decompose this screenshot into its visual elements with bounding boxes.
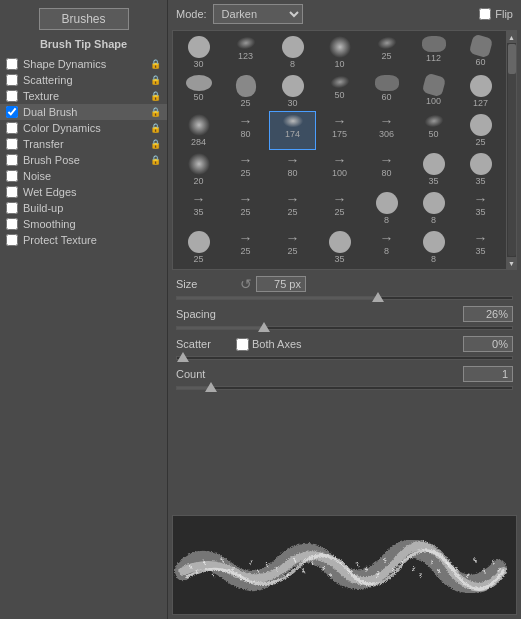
checkbox-build-up[interactable]	[6, 202, 18, 214]
brush-cell-11[interactable]: 60	[363, 72, 410, 111]
checkbox-protect-texture[interactable]	[6, 234, 18, 246]
brush-cell-37[interactable]: →25	[269, 228, 316, 267]
count-slider-track[interactable]	[176, 386, 513, 390]
flip-checkbox-container: Flip	[479, 8, 513, 20]
sidebar-item-shape-dynamics[interactable]: Shape Dynamics🔒	[0, 56, 167, 72]
scrollbar-up-button[interactable]: ▲	[507, 31, 517, 43]
count-input[interactable]	[463, 366, 513, 382]
brush-cell-21[interactable]: 20	[175, 150, 222, 189]
scatter-input[interactable]	[463, 336, 513, 352]
brush-cell-14[interactable]: 284	[175, 111, 222, 150]
brush-cell-9[interactable]: 30	[269, 72, 316, 111]
count-slider-thumb[interactable]	[205, 382, 217, 392]
scatter-both-axes-checkbox[interactable]	[236, 338, 249, 351]
size-reset-button[interactable]: ↺	[240, 276, 252, 292]
brush-cell-5[interactable]: 112	[410, 33, 457, 72]
label-shape-dynamics: Shape Dynamics	[23, 58, 148, 70]
brush-cell-18[interactable]: →306	[363, 111, 410, 150]
sidebar-item-scattering[interactable]: Scattering🔒	[0, 72, 167, 88]
flip-label[interactable]: Flip	[495, 8, 513, 20]
brush-cell-8[interactable]: 25	[222, 72, 269, 111]
brush-cell-7[interactable]: 50	[175, 72, 222, 111]
checkbox-texture[interactable]	[6, 90, 18, 102]
brush-cell-16[interactable]: 174	[269, 111, 316, 150]
flip-checkbox[interactable]	[479, 8, 491, 20]
scatter-slider-track[interactable]	[176, 356, 513, 360]
brush-cell-0[interactable]: 30	[175, 33, 222, 72]
checkbox-shape-dynamics[interactable]	[6, 58, 18, 70]
brush-size-label-14: 284	[191, 137, 206, 147]
right-panel: Mode: Darken Normal Multiply Screen Over…	[168, 0, 521, 619]
brush-cell-6[interactable]: 60	[457, 33, 504, 72]
brush-cell-17[interactable]: →175	[316, 111, 363, 150]
brush-cell-20[interactable]: 25	[457, 111, 504, 150]
brush-cell-35[interactable]: 25	[175, 228, 222, 267]
checkbox-wet-edges[interactable]	[6, 186, 18, 198]
sidebar-item-texture[interactable]: Texture🔒	[0, 88, 167, 104]
brush-size-label-24: 100	[332, 168, 347, 178]
sidebar-item-brush-pose[interactable]: Brush Pose🔒	[0, 152, 167, 168]
brushes-button[interactable]: Brushes	[39, 8, 129, 30]
sidebar-item-noise[interactable]: Noise	[0, 168, 167, 184]
size-slider-fill	[177, 297, 378, 299]
brush-cell-19[interactable]: 50	[410, 111, 457, 150]
spacing-slider-thumb[interactable]	[258, 322, 270, 332]
checkbox-scattering[interactable]	[6, 74, 18, 86]
spacing-slider-track[interactable]	[176, 326, 513, 330]
scatter-both-axes-label[interactable]: Both Axes	[252, 338, 302, 350]
sidebar-item-dual-brush[interactable]: Dual Brush🔒	[0, 104, 167, 120]
brush-cell-22[interactable]: →25	[222, 150, 269, 189]
checkbox-brush-pose[interactable]	[6, 154, 18, 166]
sidebar-item-smoothing[interactable]: Smoothing	[0, 216, 167, 232]
size-input[interactable]	[256, 276, 306, 292]
label-texture: Texture	[23, 90, 148, 102]
brush-cell-29[interactable]: →25	[222, 189, 269, 228]
sidebar-item-transfer[interactable]: Transfer🔒	[0, 136, 167, 152]
sidebar-item-build-up[interactable]: Build-up	[0, 200, 167, 216]
brush-cell-33[interactable]: 8	[410, 189, 457, 228]
brush-cell-15[interactable]: →80	[222, 111, 269, 150]
brush-cell-13[interactable]: 127	[457, 72, 504, 111]
brush-cell-32[interactable]: 8	[363, 189, 410, 228]
brush-size-label-23: 80	[287, 168, 297, 178]
label-dual-brush: Dual Brush	[23, 106, 148, 118]
scatter-slider-thumb[interactable]	[177, 352, 189, 362]
mode-select[interactable]: Darken Normal Multiply Screen Overlay Li…	[213, 4, 303, 24]
sidebar-item-color-dynamics[interactable]: Color Dynamics🔒	[0, 120, 167, 136]
brush-cell-23[interactable]: →80	[269, 150, 316, 189]
sidebar-item-wet-edges[interactable]: Wet Edges	[0, 184, 167, 200]
brush-cell-24[interactable]: →100	[316, 150, 363, 189]
brush-cell-34[interactable]: →35	[457, 189, 504, 228]
brush-cell-25[interactable]: →80	[363, 150, 410, 189]
brush-cell-41[interactable]: →35	[457, 228, 504, 267]
brush-cell-12[interactable]: 100	[410, 72, 457, 111]
brush-cell-31[interactable]: →25	[316, 189, 363, 228]
spacing-input[interactable]	[463, 306, 513, 322]
scrollbar-track[interactable]	[508, 44, 516, 256]
brush-cell-4[interactable]: 25	[363, 33, 410, 72]
brush-cell-26[interactable]: 35	[410, 150, 457, 189]
checkbox-dual-brush[interactable]	[6, 106, 18, 118]
checkbox-transfer[interactable]	[6, 138, 18, 150]
label-transfer: Transfer	[23, 138, 148, 150]
brush-cell-36[interactable]: →25	[222, 228, 269, 267]
brush-cell-1[interactable]: 123	[222, 33, 269, 72]
scrollbar-thumb[interactable]	[508, 44, 516, 74]
checkbox-noise[interactable]	[6, 170, 18, 182]
brush-cell-28[interactable]: →35	[175, 189, 222, 228]
size-slider-track[interactable]	[176, 296, 513, 300]
brush-options-list: Shape Dynamics🔒Scattering🔒Texture🔒Dual B…	[0, 56, 167, 248]
brush-cell-2[interactable]: 8	[269, 33, 316, 72]
brush-cell-27[interactable]: 35	[457, 150, 504, 189]
size-slider-thumb[interactable]	[372, 292, 384, 302]
brush-cell-10[interactable]: 50	[316, 72, 363, 111]
sidebar-item-protect-texture[interactable]: Protect Texture	[0, 232, 167, 248]
scrollbar-down-button[interactable]: ▼	[507, 257, 517, 269]
brush-cell-38[interactable]: 35	[316, 228, 363, 267]
brush-cell-30[interactable]: →25	[269, 189, 316, 228]
brush-cell-3[interactable]: 10	[316, 33, 363, 72]
brush-cell-39[interactable]: →8	[363, 228, 410, 267]
brush-cell-40[interactable]: 8	[410, 228, 457, 267]
checkbox-smoothing[interactable]	[6, 218, 18, 230]
checkbox-color-dynamics[interactable]	[6, 122, 18, 134]
